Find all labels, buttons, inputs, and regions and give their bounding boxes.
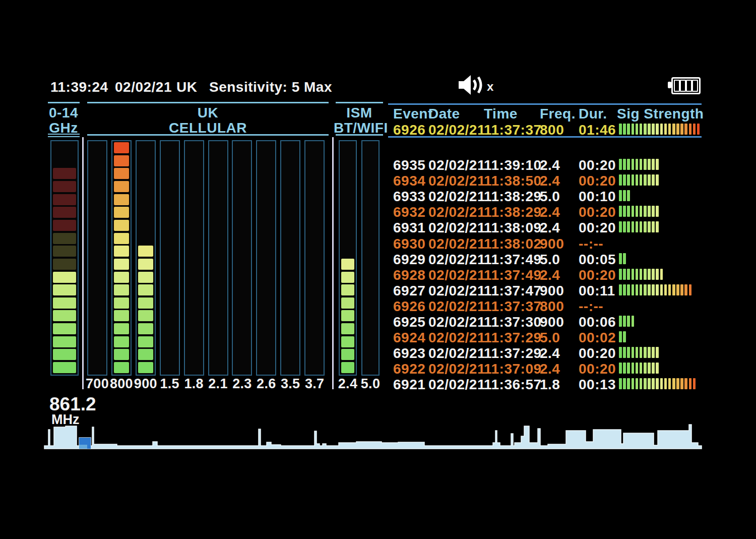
spectrum — [0, 0, 756, 539]
spectrum-trace — [44, 425, 702, 449]
spectrum-cursor-light — [79, 445, 87, 449]
device-screen: 11:39:24 02/02/21 UK Sensitivity: 5 Max … — [0, 0, 756, 539]
